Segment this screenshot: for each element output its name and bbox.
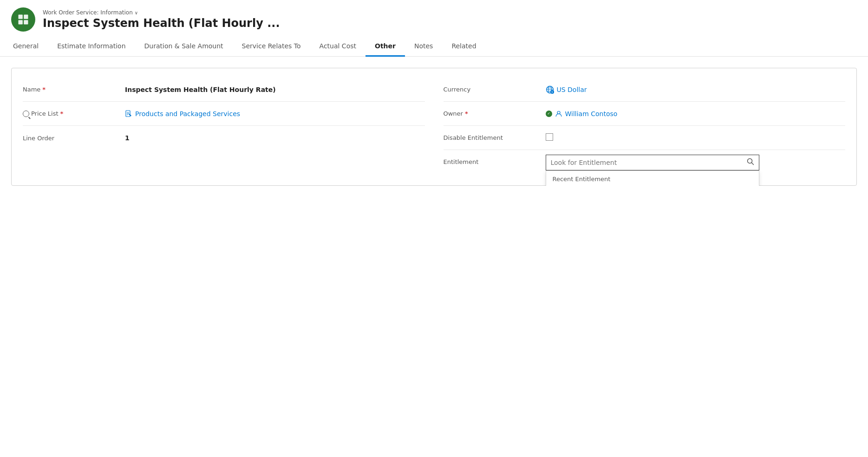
field-row-name: Name * Inspect System Health (Flat Hourl… bbox=[23, 78, 425, 102]
svg-rect-1 bbox=[24, 15, 28, 19]
tab-other[interactable]: Other bbox=[365, 38, 405, 57]
disable-entitlement-checkbox[interactable] bbox=[546, 133, 553, 141]
search-icon bbox=[747, 158, 754, 165]
field-label-owner: Owner * bbox=[444, 110, 546, 117]
svg-rect-0 bbox=[19, 15, 23, 19]
tab-service-relates-to[interactable]: Service Relates To bbox=[233, 38, 310, 57]
main-content: Name * Inspect System Health (Flat Hourl… bbox=[0, 57, 868, 186]
nav-tabs: General Estimate Information Duration & … bbox=[0, 37, 868, 57]
field-label-line-order: Line Order bbox=[23, 135, 125, 142]
field-label-price-list: Price List * bbox=[23, 110, 125, 117]
field-row-line-order: Line Order 1 bbox=[23, 126, 425, 150]
price-list-value-text: Products and Packaged Services bbox=[135, 110, 240, 118]
tab-related[interactable]: Related bbox=[442, 38, 485, 57]
subtitle-chevron[interactable]: ∨ bbox=[135, 10, 138, 15]
tab-notes[interactable]: Notes bbox=[405, 38, 442, 57]
entitlement-wrapper: Recent Entitlement Winery Inc. - Free Wi… bbox=[546, 155, 846, 170]
owner-value-text: William Contoso bbox=[565, 110, 618, 118]
entitlement-dropdown: Recent Entitlement Winery Inc. - Free Wi… bbox=[546, 170, 759, 186]
field-value-owner[interactable]: William Contoso bbox=[546, 110, 846, 118]
entitlement-search-input[interactable] bbox=[546, 155, 742, 170]
tab-general[interactable]: General bbox=[11, 38, 48, 57]
field-value-disable-entitlement bbox=[546, 133, 846, 142]
svg-rect-2 bbox=[19, 20, 23, 24]
form-grid: Name * Inspect System Health (Flat Hourl… bbox=[23, 78, 845, 174]
field-label-name: Name * bbox=[23, 86, 125, 93]
tab-estimate-information[interactable]: Estimate Information bbox=[48, 38, 135, 57]
field-row-entitlement: Entitlement bbox=[444, 150, 846, 174]
field-label-currency: Currency bbox=[444, 86, 546, 93]
dropdown-section-header: Recent Entitlement bbox=[546, 171, 759, 186]
svg-text:$: $ bbox=[551, 91, 553, 93]
app-icon bbox=[11, 7, 35, 32]
price-list-doc-icon bbox=[125, 110, 132, 118]
svg-line-17 bbox=[751, 163, 753, 165]
entitlement-search-button[interactable] bbox=[742, 155, 759, 170]
owner-person-icon bbox=[555, 110, 562, 118]
header-subtitle[interactable]: Work Order Service: Information ∨ bbox=[43, 9, 280, 16]
field-value-line-order: 1 bbox=[125, 134, 425, 142]
field-row-disable-entitlement: Disable Entitlement bbox=[444, 126, 846, 150]
svg-rect-3 bbox=[24, 20, 28, 24]
currency-value-text: US Dollar bbox=[557, 86, 587, 93]
form-right-section: Currency $ bbox=[444, 78, 846, 174]
app-header: Work Order Service: Information ∨ Inspec… bbox=[0, 0, 868, 37]
form-card: Name * Inspect System Health (Flat Hourl… bbox=[11, 68, 857, 186]
currency-globe-icon: $ bbox=[546, 85, 554, 94]
field-value-currency[interactable]: $ US Dollar bbox=[546, 85, 846, 94]
form-left-section: Name * Inspect System Health (Flat Hourl… bbox=[23, 78, 425, 174]
field-row-currency: Currency $ bbox=[444, 78, 846, 102]
field-row-owner: Owner * William Contoso bbox=[444, 102, 846, 126]
owner-status-dot bbox=[546, 111, 552, 117]
subtitle-text: Work Order Service: Information bbox=[43, 9, 133, 16]
tab-actual-cost[interactable]: Actual Cost bbox=[310, 38, 365, 57]
app-icon-svg bbox=[17, 13, 30, 26]
page-title: Inspect System Health (Flat Hourly ... bbox=[43, 17, 280, 30]
field-value-name: Inspect System Health (Flat Hourly Rate) bbox=[125, 86, 425, 93]
price-list-search-icon bbox=[23, 111, 29, 117]
entitlement-search-box[interactable] bbox=[546, 155, 759, 170]
tab-duration-sale-amount[interactable]: Duration & Sale Amount bbox=[135, 38, 233, 57]
field-value-price-list[interactable]: Products and Packaged Services bbox=[125, 110, 425, 118]
header-text: Work Order Service: Information ∨ Inspec… bbox=[43, 9, 280, 30]
field-row-price-list: Price List * bbox=[23, 102, 425, 126]
field-label-entitlement: Entitlement bbox=[444, 155, 546, 165]
field-label-disable-entitlement: Disable Entitlement bbox=[444, 134, 546, 141]
